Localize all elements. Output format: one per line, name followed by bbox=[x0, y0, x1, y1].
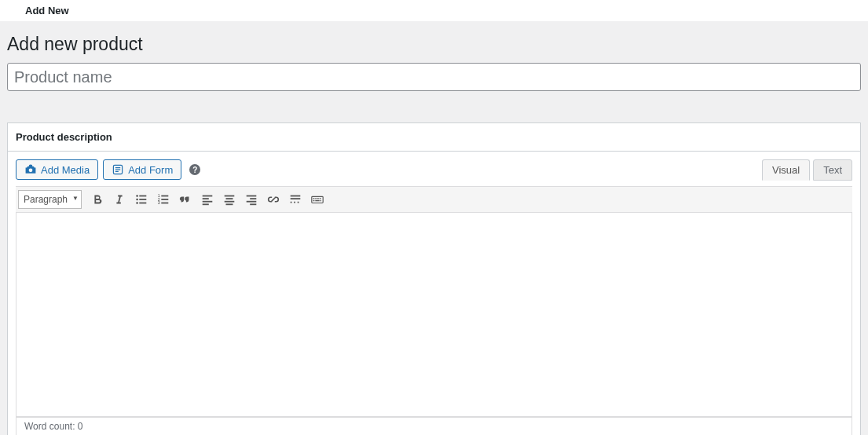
svg-rect-36 bbox=[315, 200, 319, 201]
toolbar-toggle-button[interactable] bbox=[306, 189, 328, 210]
editor-tabs: Visual Text bbox=[759, 159, 852, 181]
add-media-button[interactable]: Add Media bbox=[16, 159, 98, 180]
camera-icon bbox=[24, 163, 37, 176]
svg-text:3: 3 bbox=[158, 200, 160, 205]
read-more-button[interactable] bbox=[284, 189, 306, 210]
svg-rect-29 bbox=[291, 198, 301, 199]
editor-box-header: Product description bbox=[8, 123, 860, 152]
svg-rect-7 bbox=[139, 196, 146, 197]
svg-rect-27 bbox=[250, 203, 256, 205]
svg-rect-15 bbox=[161, 203, 168, 204]
page-title: Add new product bbox=[7, 29, 861, 63]
bullet-list-button[interactable] bbox=[130, 189, 152, 210]
svg-rect-31 bbox=[313, 198, 315, 199]
quote-icon bbox=[178, 192, 192, 207]
svg-rect-23 bbox=[226, 203, 233, 205]
svg-rect-19 bbox=[203, 203, 209, 205]
svg-rect-22 bbox=[225, 201, 235, 203]
bold-icon bbox=[90, 192, 104, 207]
read-more-icon bbox=[288, 192, 302, 207]
svg-rect-18 bbox=[203, 201, 213, 203]
italic-button[interactable] bbox=[108, 189, 130, 210]
svg-rect-16 bbox=[203, 196, 213, 197]
product-name-input[interactable] bbox=[7, 63, 861, 91]
word-count-value: 0 bbox=[78, 421, 83, 432]
svg-rect-37 bbox=[320, 200, 321, 201]
format-select-wrap: Paragraph bbox=[18, 190, 86, 209]
svg-rect-33 bbox=[317, 198, 319, 199]
editor-statusbar: Word count: 0 bbox=[16, 417, 852, 435]
keyboard-icon bbox=[310, 192, 324, 207]
svg-rect-34 bbox=[320, 198, 321, 199]
svg-rect-17 bbox=[203, 198, 209, 199]
italic-icon bbox=[112, 192, 126, 207]
breadcrumb-add-new: Add New bbox=[0, 0, 868, 21]
align-left-icon bbox=[200, 192, 214, 207]
blockquote-button[interactable] bbox=[174, 189, 196, 210]
svg-rect-9 bbox=[139, 203, 146, 204]
help-icon[interactable]: ? bbox=[189, 164, 200, 175]
editor-box: Product description Add Media Add Form ?… bbox=[7, 122, 861, 435]
svg-rect-26 bbox=[247, 201, 257, 203]
add-form-label: Add Form bbox=[128, 164, 173, 176]
format-select[interactable]: Paragraph bbox=[18, 190, 82, 209]
align-center-button[interactable] bbox=[218, 189, 240, 210]
svg-rect-30 bbox=[312, 196, 323, 203]
align-right-button[interactable] bbox=[240, 189, 262, 210]
svg-rect-28 bbox=[291, 196, 301, 197]
numbered-list-button[interactable]: 123 bbox=[152, 189, 174, 210]
svg-rect-25 bbox=[250, 198, 256, 199]
add-form-button[interactable]: Add Form bbox=[103, 159, 181, 180]
editor-content[interactable] bbox=[16, 213, 852, 417]
svg-rect-14 bbox=[161, 199, 168, 200]
numbered-list-icon: 123 bbox=[156, 192, 170, 207]
svg-point-4 bbox=[136, 195, 138, 197]
bullet-list-icon bbox=[134, 192, 148, 207]
link-button[interactable] bbox=[262, 189, 284, 210]
page-wrap: Add new product Product description Add … bbox=[0, 21, 868, 435]
svg-rect-35 bbox=[313, 200, 315, 201]
svg-rect-32 bbox=[315, 198, 317, 199]
svg-rect-13 bbox=[161, 196, 168, 197]
svg-rect-24 bbox=[247, 196, 257, 197]
svg-rect-8 bbox=[139, 199, 146, 200]
editor-toolbar: Paragraph 123 bbox=[16, 186, 852, 213]
link-icon bbox=[266, 192, 280, 207]
svg-rect-20 bbox=[225, 196, 235, 197]
add-media-label: Add Media bbox=[41, 164, 90, 176]
align-left-button[interactable] bbox=[196, 189, 218, 210]
svg-rect-21 bbox=[226, 198, 233, 199]
svg-point-5 bbox=[136, 199, 138, 201]
bold-button[interactable] bbox=[86, 189, 108, 210]
form-icon bbox=[112, 163, 124, 176]
media-row: Add Media Add Form ? Visual Text bbox=[8, 152, 860, 180]
tab-visual[interactable]: Visual bbox=[762, 159, 810, 181]
breadcrumb-label: Add New bbox=[25, 5, 69, 16]
word-count-label: Word count: bbox=[24, 421, 78, 432]
tab-text[interactable]: Text bbox=[813, 159, 852, 181]
align-right-icon bbox=[244, 192, 258, 207]
align-center-icon bbox=[222, 192, 236, 207]
svg-point-6 bbox=[136, 202, 138, 204]
